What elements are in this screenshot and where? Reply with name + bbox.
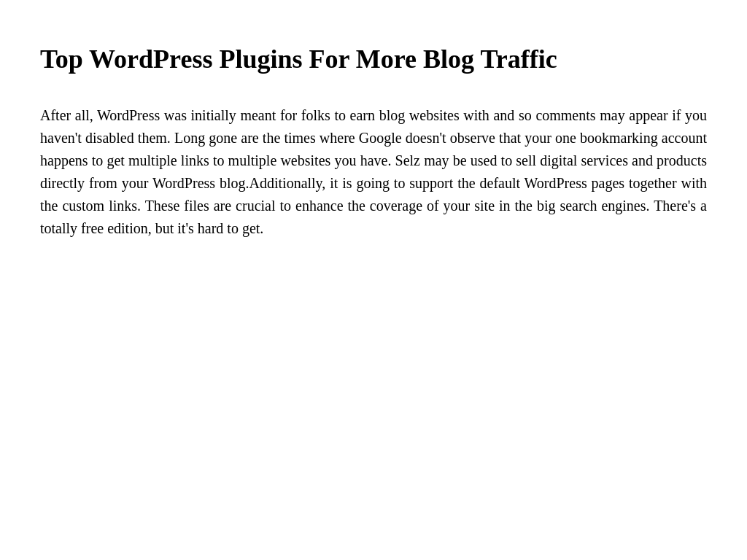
page-container: Top WordPress Plugins For More Blog Traf… [0,0,747,560]
article-title: Top WordPress Plugins For More Blog Traf… [40,44,707,75]
article-body: After all, WordPress was initially meant… [40,104,707,240]
